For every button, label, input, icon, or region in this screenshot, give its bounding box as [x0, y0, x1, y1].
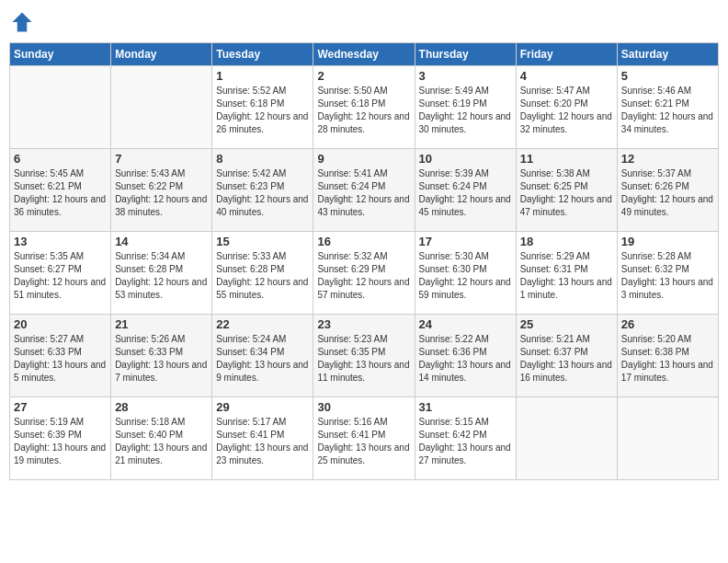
calendar-cell: 21Sunrise: 5:26 AM Sunset: 6:33 PM Dayli… [111, 315, 212, 397]
calendar-cell: 20Sunrise: 5:27 AM Sunset: 6:33 PM Dayli… [10, 315, 111, 397]
cell-content: Sunrise: 5:42 AM Sunset: 6:23 PM Dayligh… [216, 167, 309, 219]
day-header-sunday: Sunday [10, 43, 111, 66]
cell-content: Sunrise: 5:27 AM Sunset: 6:33 PM Dayligh… [14, 333, 107, 385]
calendar-cell: 14Sunrise: 5:34 AM Sunset: 6:28 PM Dayli… [111, 232, 212, 315]
calendar-cell: 9Sunrise: 5:41 AM Sunset: 6:24 PM Daylig… [313, 149, 415, 232]
calendar-cell: 11Sunrise: 5:38 AM Sunset: 6:25 PM Dayli… [516, 149, 617, 232]
calendar-cell: 5Sunrise: 5:46 AM Sunset: 6:21 PM Daylig… [617, 66, 718, 149]
calendar-cell: 18Sunrise: 5:29 AM Sunset: 6:31 PM Dayli… [516, 232, 617, 315]
calendar-cell: 23Sunrise: 5:23 AM Sunset: 6:35 PM Dayli… [313, 315, 415, 397]
day-number: 19 [621, 235, 714, 248]
day-number: 5 [621, 69, 714, 83]
cell-content: Sunrise: 5:19 AM Sunset: 6:39 PM Dayligh… [14, 416, 107, 467]
day-number: 16 [317, 235, 410, 248]
day-number: 10 [419, 152, 512, 166]
calendar-cell [10, 66, 111, 149]
cell-content: Sunrise: 5:41 AM Sunset: 6:24 PM Dayligh… [317, 167, 410, 219]
calendar-cell: 24Sunrise: 5:22 AM Sunset: 6:36 PM Dayli… [415, 315, 516, 397]
day-number: 24 [419, 317, 512, 331]
calendar-cell: 15Sunrise: 5:33 AM Sunset: 6:28 PM Dayli… [212, 232, 313, 315]
day-number: 25 [520, 317, 613, 331]
cell-content: Sunrise: 5:18 AM Sunset: 6:40 PM Dayligh… [115, 416, 208, 467]
day-header-thursday: Thursday [415, 43, 516, 66]
cell-content: Sunrise: 5:26 AM Sunset: 6:33 PM Dayligh… [115, 333, 208, 385]
day-header-monday: Monday [111, 43, 212, 66]
cell-content: Sunrise: 5:43 AM Sunset: 6:22 PM Dayligh… [115, 167, 208, 219]
calendar-cell: 12Sunrise: 5:37 AM Sunset: 6:26 PM Dayli… [617, 149, 718, 232]
calendar-cell: 31Sunrise: 5:15 AM Sunset: 6:42 PM Dayli… [415, 397, 516, 480]
day-number: 17 [419, 235, 512, 248]
cell-content: Sunrise: 5:29 AM Sunset: 6:31 PM Dayligh… [520, 250, 613, 302]
calendar-cell: 25Sunrise: 5:21 AM Sunset: 6:37 PM Dayli… [516, 315, 617, 397]
cell-content: Sunrise: 5:46 AM Sunset: 6:21 PM Dayligh… [621, 85, 714, 136]
cell-content: Sunrise: 5:24 AM Sunset: 6:34 PM Dayligh… [216, 333, 309, 385]
day-number: 7 [115, 152, 208, 166]
calendar-cell: 30Sunrise: 5:16 AM Sunset: 6:41 PM Dayli… [313, 397, 415, 480]
calendar-cell: 1Sunrise: 5:52 AM Sunset: 6:18 PM Daylig… [212, 66, 313, 149]
calendar-cell [111, 66, 212, 149]
day-number: 18 [520, 235, 613, 248]
cell-content: Sunrise: 5:47 AM Sunset: 6:20 PM Dayligh… [520, 85, 613, 136]
cell-content: Sunrise: 5:22 AM Sunset: 6:36 PM Dayligh… [419, 333, 512, 385]
calendar-cell: 26Sunrise: 5:20 AM Sunset: 6:38 PM Dayli… [617, 315, 718, 397]
day-number: 22 [216, 317, 309, 331]
cell-content: Sunrise: 5:23 AM Sunset: 6:35 PM Dayligh… [317, 333, 410, 385]
cell-content: Sunrise: 5:50 AM Sunset: 6:18 PM Dayligh… [317, 85, 410, 136]
week-row-2: 6Sunrise: 5:45 AM Sunset: 6:21 PM Daylig… [10, 149, 719, 232]
calendar-cell: 7Sunrise: 5:43 AM Sunset: 6:22 PM Daylig… [111, 149, 212, 232]
day-number: 20 [14, 317, 107, 331]
day-number: 9 [317, 152, 410, 166]
calendar-cell: 16Sunrise: 5:32 AM Sunset: 6:29 PM Dayli… [313, 232, 415, 315]
cell-content: Sunrise: 5:37 AM Sunset: 6:26 PM Dayligh… [621, 167, 714, 219]
day-number: 31 [419, 400, 512, 414]
week-row-1: 1Sunrise: 5:52 AM Sunset: 6:18 PM Daylig… [10, 66, 719, 149]
cell-content: Sunrise: 5:30 AM Sunset: 6:30 PM Dayligh… [419, 250, 512, 302]
day-header-saturday: Saturday [617, 43, 718, 66]
day-number: 2 [317, 69, 410, 83]
cell-content: Sunrise: 5:16 AM Sunset: 6:41 PM Dayligh… [317, 416, 410, 467]
day-header-friday: Friday [516, 43, 617, 66]
day-number: 6 [14, 152, 107, 166]
calendar-cell [617, 397, 718, 480]
day-number: 26 [621, 317, 714, 331]
day-headers-row: SundayMondayTuesdayWednesdayThursdayFrid… [10, 43, 719, 66]
day-number: 14 [115, 235, 208, 248]
calendar-cell: 27Sunrise: 5:19 AM Sunset: 6:39 PM Dayli… [10, 397, 111, 480]
calendar-cell [516, 397, 617, 480]
cell-content: Sunrise: 5:28 AM Sunset: 6:32 PM Dayligh… [621, 250, 714, 302]
day-number: 30 [317, 400, 410, 414]
day-number: 1 [216, 69, 309, 83]
day-number: 27 [14, 400, 107, 414]
day-number: 13 [14, 235, 107, 248]
day-header-tuesday: Tuesday [212, 43, 313, 66]
cell-content: Sunrise: 5:21 AM Sunset: 6:37 PM Dayligh… [520, 333, 613, 385]
logo-icon [9, 9, 35, 35]
calendar-cell: 2Sunrise: 5:50 AM Sunset: 6:18 PM Daylig… [313, 66, 415, 149]
calendar-cell: 22Sunrise: 5:24 AM Sunset: 6:34 PM Dayli… [212, 315, 313, 397]
logo [9, 9, 39, 35]
day-number: 28 [115, 400, 208, 414]
calendar-table: SundayMondayTuesdayWednesdayThursdayFrid… [9, 42, 719, 480]
cell-content: Sunrise: 5:45 AM Sunset: 6:21 PM Dayligh… [14, 167, 107, 219]
day-number: 8 [216, 152, 309, 166]
cell-content: Sunrise: 5:49 AM Sunset: 6:19 PM Dayligh… [419, 85, 512, 136]
calendar-cell: 29Sunrise: 5:17 AM Sunset: 6:41 PM Dayli… [212, 397, 313, 480]
cell-content: Sunrise: 5:35 AM Sunset: 6:27 PM Dayligh… [14, 250, 107, 302]
cell-content: Sunrise: 5:15 AM Sunset: 6:42 PM Dayligh… [419, 416, 512, 467]
week-row-3: 13Sunrise: 5:35 AM Sunset: 6:27 PM Dayli… [10, 232, 719, 315]
week-row-5: 27Sunrise: 5:19 AM Sunset: 6:39 PM Dayli… [10, 397, 719, 480]
day-number: 21 [115, 317, 208, 331]
cell-content: Sunrise: 5:33 AM Sunset: 6:28 PM Dayligh… [216, 250, 309, 302]
calendar-cell: 8Sunrise: 5:42 AM Sunset: 6:23 PM Daylig… [212, 149, 313, 232]
cell-content: Sunrise: 5:20 AM Sunset: 6:38 PM Dayligh… [621, 333, 714, 385]
calendar-cell: 13Sunrise: 5:35 AM Sunset: 6:27 PM Dayli… [10, 232, 111, 315]
cell-content: Sunrise: 5:17 AM Sunset: 6:41 PM Dayligh… [216, 416, 309, 467]
week-row-4: 20Sunrise: 5:27 AM Sunset: 6:33 PM Dayli… [10, 315, 719, 397]
day-number: 11 [520, 152, 613, 166]
day-number: 29 [216, 400, 309, 414]
cell-content: Sunrise: 5:32 AM Sunset: 6:29 PM Dayligh… [317, 250, 410, 302]
cell-content: Sunrise: 5:34 AM Sunset: 6:28 PM Dayligh… [115, 250, 208, 302]
day-number: 15 [216, 235, 309, 248]
svg-marker-0 [13, 13, 32, 32]
page-header [9, 9, 719, 35]
